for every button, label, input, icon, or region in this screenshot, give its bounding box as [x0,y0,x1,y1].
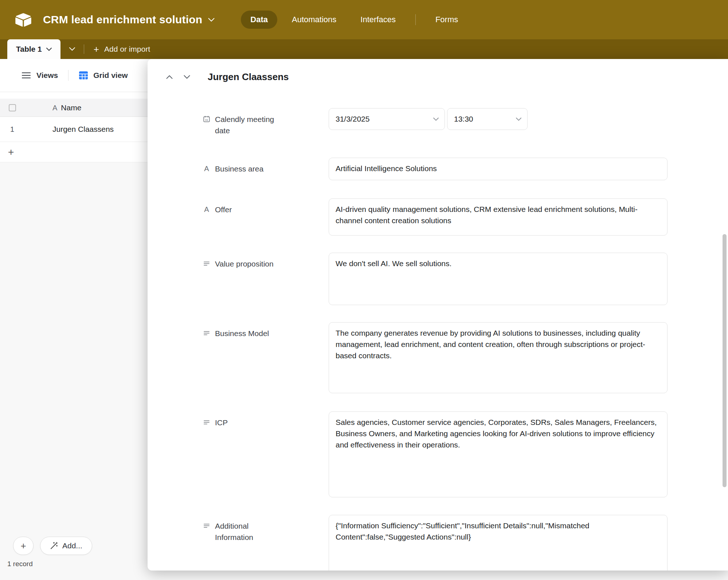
business-model-input[interactable]: The company generates revenue by providi… [329,322,668,393]
modal-scrollbar[interactable] [723,59,727,571]
chevron-down-icon [433,118,439,121]
offer-input[interactable]: AI-driven quality management solutions, … [329,198,668,236]
toolbar-divider [68,70,69,81]
meeting-time-select[interactable]: 13:30 [447,108,528,130]
record-title: Jurgen Claassens [208,71,289,83]
nav-tab-interfaces[interactable]: Interfaces [351,11,405,29]
single-line-text-icon: A [203,165,210,172]
field-label: ICP [215,417,288,428]
field-label: Calendly meeting date [215,114,288,136]
meeting-date-select[interactable]: 31/3/2025 [329,108,445,130]
nav-tab-automations[interactable]: Automations [282,11,346,29]
record-count: 1 record [7,560,33,568]
table-list-chevron-down-icon[interactable] [60,39,84,59]
chevron-down-icon [516,118,521,121]
views-label: Views [36,71,58,80]
add-or-import-button[interactable]: + Add or import [84,39,160,59]
add-with-ai-button[interactable]: Add... [40,537,92,555]
airtable-logo-icon[interactable] [15,12,31,27]
row-name-cell[interactable]: Jurgen Claassens [52,125,114,134]
table-tab-bar: Table 1 + Add or import [0,39,728,59]
app-header: CRM lead enrichment solution Data Automa… [0,0,728,39]
value-proposition-input[interactable]: We don't sell AI. We sell solutions. [329,253,668,305]
plus-icon: + [94,44,99,54]
long-text-icon [203,330,210,337]
tab-chevron-down-icon [46,48,52,51]
long-text-icon [203,419,210,426]
views-button[interactable]: Views [22,71,58,80]
hamburger-icon [22,72,31,79]
expanded-record-modal: Jurgen Claassens 31 Calendly meeting dat… [148,59,728,571]
add-record-button[interactable]: + [13,537,34,555]
plus-icon: + [8,147,14,157]
nav-divider [415,14,416,25]
meeting-date-value: 31/3/2025 [336,115,369,123]
field-label: Additional Information [215,520,288,543]
previous-record-chevron-up-icon[interactable] [165,72,174,82]
long-text-icon [203,260,210,267]
grid-view-button[interactable]: Grid view [79,71,128,80]
row-number: 1 [10,125,20,134]
airtable-app: CRM lead enrichment solution Data Automa… [0,0,728,580]
grid-view-icon [79,71,88,80]
additional-information-input[interactable]: {"Information Sufficiency":"Sufficient",… [329,515,668,571]
business-area-input[interactable]: Artificial Intelligence Solutions [329,158,668,180]
single-line-text-icon: A [203,206,210,213]
field-label: Business Model [215,328,288,339]
select-all-checkbox[interactable] [9,104,16,111]
base-title: CRM lead enrichment solution [43,13,202,26]
scrollbar-thumb[interactable] [723,234,727,487]
calendar-icon: 31 [203,115,210,123]
base-title-chevron-down-icon[interactable] [208,18,215,22]
field-label: Offer [215,204,288,215]
text-field-type-icon: A [52,104,57,111]
next-record-chevron-down-icon[interactable] [182,72,192,82]
icp-input[interactable]: Sales agencies, Customer service agencie… [329,411,668,497]
plus-icon: + [20,540,26,552]
column-header-name[interactable]: Name [61,103,81,112]
nav-tab-data[interactable]: Data [241,11,277,29]
add-button-label: Add... [62,541,82,550]
record-header: Jurgen Claassens [165,71,289,83]
magic-wand-icon [50,542,58,550]
nav-tab-forms[interactable]: Forms [426,11,467,29]
long-text-icon [203,522,210,529]
add-or-import-label: Add or import [104,45,150,54]
field-label: Business area [215,163,288,174]
header-nav: Data Automations Interfaces Forms [241,11,467,29]
meeting-time-value: 13:30 [454,115,473,123]
field-label: Value proposition [215,258,288,269]
grid-view-label: Grid view [93,71,128,80]
tab-table-1-label: Table 1 [16,45,42,54]
tab-table-1[interactable]: Table 1 [7,39,60,59]
svg-text:31: 31 [205,118,208,122]
